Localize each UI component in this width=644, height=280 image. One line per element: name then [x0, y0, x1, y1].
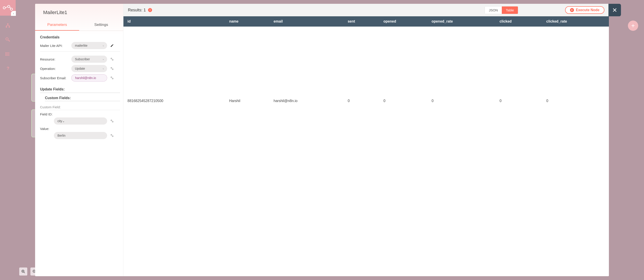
svg-point-28 — [112, 78, 113, 79]
svg-point-12 — [6, 53, 6, 53]
field-id-options-icon[interactable] — [109, 118, 115, 124]
results-panel: Results: 1 i JSON Table Execute Node id … — [124, 4, 609, 276]
update-fields-header: Update Fields: — [40, 87, 120, 91]
table-row[interactable]: 881682545287210500 Harshil harshil@n8n.i… — [124, 96, 609, 106]
workflows-icon[interactable] — [3, 21, 12, 30]
resource-select[interactable]: Subscriber ⌄ — [71, 56, 107, 63]
chevron-down-icon: ⌄ — [62, 119, 65, 123]
svg-line-4 — [10, 7, 10, 8]
credential-label: Mailer Lite API: — [40, 44, 71, 48]
svg-point-27 — [111, 77, 112, 78]
cell-opened-rate: 0 — [428, 96, 496, 106]
node-editor-dialog: MailerLite1 Parameters Settings Credenti… — [35, 4, 609, 276]
table-header-row: id name email sent opened opened_rate cl… — [124, 16, 609, 26]
custom-field-label: Custom Field: — [40, 105, 120, 109]
results-header: Results: 1 i JSON Table Execute Node — [124, 4, 609, 16]
rail-expand-toggle[interactable]: › — [11, 11, 16, 16]
svg-rect-6 — [6, 26, 7, 28]
svg-point-23 — [111, 58, 112, 59]
chevron-down-icon: ⌄ — [102, 57, 104, 60]
th-id: id — [124, 16, 225, 26]
svg-rect-5 — [7, 23, 8, 25]
credential-value: mailerlite — [75, 44, 88, 47]
resource-options-icon[interactable] — [109, 56, 115, 62]
svg-point-24 — [112, 59, 113, 60]
tab-settings[interactable]: Settings — [79, 19, 123, 31]
svg-point-14 — [6, 55, 6, 56]
cell-name: Harshil — [225, 96, 270, 106]
cell-clicked: 0 — [496, 96, 542, 106]
panel-tabs: Parameters Settings — [35, 19, 123, 31]
th-clicked: clicked — [496, 16, 542, 26]
results-table: id name email sent opened opened_rate cl… — [124, 16, 609, 276]
chevron-down-icon: ⌄ — [102, 44, 104, 47]
th-sent: sent — [344, 16, 380, 26]
svg-point-30 — [112, 121, 113, 122]
node-title: MailerLite1 — [35, 4, 123, 19]
subscriber-email-value: harshil@n8n.io — [75, 76, 96, 80]
results-count: Results: 1 — [128, 8, 146, 12]
operation-options-icon[interactable] — [109, 66, 115, 71]
th-name: name — [225, 16, 270, 26]
cell-email: harshil@n8n.io — [270, 96, 344, 106]
subscriber-email-label: Subscriber Email: — [40, 76, 71, 80]
view-table-button[interactable]: Table — [502, 6, 518, 14]
svg-point-29 — [111, 120, 112, 121]
field-id-label: Field ID: — [40, 112, 120, 116]
view-json-button[interactable]: JSON — [485, 6, 502, 14]
credential-select[interactable]: mailerlite ⌄ — [71, 42, 107, 49]
svg-point-26 — [112, 69, 113, 70]
credentials-header: Credentials — [40, 35, 120, 39]
svg-point-13 — [6, 54, 6, 54]
svg-point-31 — [111, 135, 112, 136]
svg-point-0 — [3, 7, 5, 9]
resource-label: Resource: — [40, 57, 71, 61]
svg-rect-7 — [9, 26, 10, 28]
execute-node-button[interactable]: Execute Node — [565, 6, 604, 14]
view-toggle: JSON Table — [484, 6, 518, 14]
cell-opened: 0 — [380, 96, 428, 106]
execute-label: Execute Node — [576, 8, 600, 12]
th-clicked-rate: clicked_rate — [542, 16, 609, 26]
help-icon[interactable]: ? — [3, 64, 12, 73]
operation-value: Update — [75, 67, 85, 70]
operation-select[interactable]: Update ⌄ — [71, 65, 107, 72]
parameters-panel: MailerLite1 Parameters Settings Credenti… — [35, 4, 124, 276]
close-dialog-button[interactable] — [608, 4, 621, 16]
svg-point-25 — [111, 67, 112, 69]
svg-line-17 — [24, 272, 25, 273]
value-input[interactable]: Berlin — [54, 132, 107, 139]
svg-point-1 — [8, 5, 10, 7]
custom-fields-header: Custom Fields: — [45, 96, 120, 100]
chevron-down-icon: ⌄ — [102, 67, 104, 70]
value-options-icon[interactable] — [109, 133, 115, 138]
operation-label: Operation: — [40, 67, 71, 71]
executions-icon[interactable] — [3, 50, 12, 58]
subscriber-email-input[interactable]: harshil@n8n.io — [71, 74, 107, 82]
value-label: Value: — [40, 127, 120, 131]
cell-id: 881682545287210500 — [124, 96, 225, 106]
subscriber-email-options-icon[interactable] — [109, 75, 115, 81]
value-value: Berlin — [58, 134, 66, 137]
close-icon — [612, 7, 618, 13]
cell-sent: 0 — [344, 96, 380, 106]
add-node-fab[interactable]: + — [628, 20, 638, 31]
svg-point-32 — [112, 136, 113, 137]
cell-clicked-rate: 0 — [542, 96, 609, 106]
credentials-icon[interactable] — [3, 35, 12, 44]
th-opened: opened — [380, 16, 428, 26]
th-opened-rate: opened_rate — [428, 16, 496, 26]
field-id-value: city — [58, 119, 62, 123]
th-email: email — [270, 16, 344, 26]
svg-text:?: ? — [7, 66, 10, 71]
n8n-logo-icon — [3, 5, 13, 11]
play-icon — [570, 8, 574, 12]
zoom-in-button[interactable] — [19, 268, 27, 276]
field-id-select[interactable]: city ⌄ — [54, 118, 107, 125]
left-rail: › ? — [0, 0, 16, 280]
edit-credential-icon[interactable] — [109, 43, 115, 48]
app-logo[interactable]: › — [0, 0, 16, 16]
resource-value: Subscriber — [75, 57, 90, 61]
tab-parameters[interactable]: Parameters — [35, 19, 79, 31]
info-icon[interactable]: i — [148, 8, 152, 12]
